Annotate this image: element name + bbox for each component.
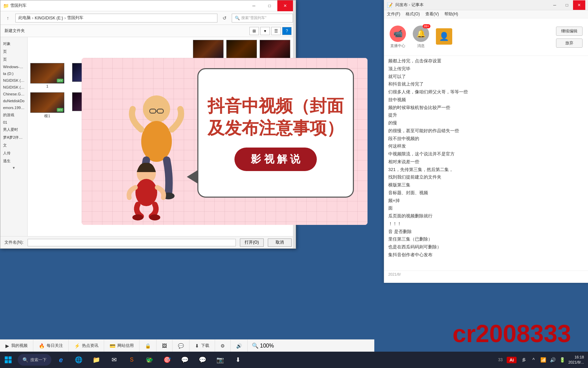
tray-wifi-icon[interactable]: 📶 — [540, 356, 546, 363]
maximize-button[interactable]: □ — [262, 0, 277, 11]
diy-badge-5: DIY — [57, 108, 63, 112]
live-center-icon-box[interactable]: 📹 直播中心 — [390, 26, 406, 48]
status-daily-follow[interactable]: 🔥 每日关注 — [33, 340, 69, 352]
file-thumb-5[interactable]: DIY 模1 — [30, 92, 64, 119]
status-credit[interactable]: 💳 网站信用 — [104, 340, 140, 352]
taskbar-app3-icon[interactable]: 💬 — [177, 352, 193, 368]
top-thumbs-row — [30, 40, 290, 60]
status-hot-news[interactable]: ⚡ 热点资讯 — [69, 340, 104, 352]
avatar-icon: 👤 — [436, 28, 452, 45]
taskbar-app1-icon[interactable]: 🐲 — [141, 352, 158, 368]
taskbar-mail-icon[interactable]: ✉ — [106, 352, 122, 368]
open-button[interactable]: 打开(O) — [240, 239, 264, 247]
taskbar-app2-icon[interactable]: 🎯 — [159, 352, 175, 368]
taskbar-folder-icon[interactable]: 📁 — [88, 352, 104, 368]
credit-icon: 💳 — [110, 343, 115, 349]
file-thumb-1[interactable]: DIY 1 — [30, 63, 64, 88]
taskbar-wechat-icon[interactable]: 💬 — [194, 352, 211, 368]
ai-label: Ai — [509, 357, 514, 363]
search-placeholder: 搜索"雪国列车" — [241, 15, 266, 20]
taskbar-search[interactable]: 🔍 搜索一下 — [18, 354, 51, 366]
top-thumb-2[interactable] — [226, 40, 257, 60]
status-sound[interactable]: 🔊 — [231, 340, 248, 352]
sidebar-item-page2[interactable]: 页 — [0, 56, 27, 63]
refresh-button[interactable]: ↺ — [220, 14, 229, 22]
chat-line-24: 里任第三集（已删除） — [388, 235, 584, 243]
sidebar-item-e2[interactable]: NGIDISK (E:) — [0, 84, 27, 91]
tray-expand-icon[interactable]: ^ — [530, 356, 537, 363]
search-icon: 🔍 — [235, 16, 240, 20]
svg-point-10 — [149, 214, 160, 220]
start-button[interactable] — [0, 352, 16, 368]
sidebar-item-escape[interactable]: 逃生 — [0, 157, 27, 165]
menu-view[interactable]: 查看(V) — [425, 11, 439, 17]
sidebar-item-biography[interactable]: 人传 — [0, 149, 27, 157]
top-thumb-1[interactable] — [193, 40, 224, 60]
sidebar-item-windows-ssd[interactable]: Windows-SSD ( — [0, 63, 27, 70]
right-minimize-button[interactable]: ─ — [549, 0, 561, 10]
card-subtitle-button[interactable]: 影 视 解 说 — [234, 148, 316, 171]
menu-help[interactable]: 帮助(H) — [444, 11, 458, 17]
sidebar-item-text[interactable]: 文 — [0, 141, 27, 149]
taskbar-ie-icon[interactable]: e — [53, 352, 69, 368]
taskbar-camera-icon[interactable]: 📷 — [212, 352, 228, 368]
chat-line-4: 和抖音就上传完了 — [388, 80, 584, 88]
chat-line-10: 的很慢，甚至可能好的作品错失一些 — [388, 127, 584, 135]
sidebar-item-games[interactable]: 的游戏 — [0, 111, 27, 119]
nav-up-button[interactable]: ↑ — [3, 13, 13, 23]
camera-taskbar-icon: 📷 — [216, 356, 224, 364]
avatar-icon-box[interactable]: 👤 — [436, 28, 452, 46]
view-large-icon-button[interactable]: ⊞ — [249, 27, 259, 35]
right-close-button[interactable]: ✕ — [573, 0, 585, 10]
right-maximize-button[interactable]: □ — [561, 0, 573, 10]
file-explorer-titlebar: 📁 雪国列车 ─ □ ✕ — [0, 0, 296, 11]
view-dropdown-button[interactable]: ▾ — [260, 27, 270, 35]
status-security[interactable]: 🔒 — [140, 340, 157, 352]
top-thumb-3[interactable] — [260, 40, 290, 60]
right-panel-titlebar: 📝 问发布 - 记事本 ─ □ ✕ — [384, 0, 588, 10]
tray-battery-icon[interactable]: 🔋 — [559, 356, 566, 363]
chat-line-18: 音标题、封面、视频 — [388, 189, 584, 197]
search-bar[interactable]: 🔍 搜索"雪国列车" — [232, 14, 293, 22]
menu-file[interactable]: 文件(F) — [387, 11, 400, 17]
menu-format[interactable]: 格式(O) — [406, 11, 420, 17]
minimize-button[interactable]: ─ — [246, 0, 262, 11]
sidebar-item-memories[interactable]: emors.1990.f — [0, 104, 27, 111]
taskbar-edge-icon[interactable]: 🌐 — [70, 352, 87, 368]
taskbar-mea-indicator: 多 — [522, 357, 526, 363]
sidebar-item-d[interactable]: ta (D:) — [0, 70, 27, 77]
status-download[interactable]: ⬇ 下载 — [190, 340, 215, 352]
view-details-button[interactable]: ☰ — [271, 27, 281, 35]
filename-input[interactable] — [28, 239, 236, 246]
chat-line-2: 顶上传完毕 — [388, 65, 584, 73]
sidebar-item-e1[interactable]: NGIDISK (E:) — [0, 77, 27, 84]
status-chat[interactable]: 💬 — [173, 340, 190, 352]
taskbar-ai-badge[interactable]: Ai — [507, 357, 517, 363]
status-image[interactable]: 🖼 — [157, 340, 173, 352]
status-settings[interactable]: ⚙ — [215, 340, 231, 352]
tray-sound-icon[interactable]: 🔊 — [549, 356, 556, 363]
address-bar[interactable]: 此电脑 › KINGIDISK (E:) › 雪国列车 — [15, 14, 217, 22]
continue-edit-button[interactable]: 继续编辑 — [556, 27, 583, 36]
character-illustration — [102, 75, 211, 225]
new-folder-button[interactable]: 新建文件夹 — [4, 28, 25, 34]
sidebar-item-01[interactable]: 01 — [0, 119, 27, 126]
sidebar-item-netdisk[interactable]: duNetdiskDo — [0, 97, 27, 104]
cancel-button[interactable]: 取消 — [268, 239, 292, 247]
logo-tl — [5, 356, 8, 359]
sidebar-scroll-down[interactable]: ▼ — [0, 165, 27, 170]
taskbar-ie2-icon[interactable]: S — [124, 352, 140, 368]
sidebar-item-objects[interactable]: 对象 — [0, 40, 27, 48]
sidebar-item-dream[interactable]: 梦A梦2伴我同 — [0, 134, 27, 141]
filename-label: 文件名(N): — [4, 240, 23, 245]
sidebar-item-love[interactable]: 男人爱时 — [0, 126, 27, 134]
close-button[interactable]: ✕ — [277, 0, 293, 11]
messages-icon-box[interactable]: 🔔 99+ 消息 — [413, 26, 429, 48]
taskbar-download-icon[interactable]: ⬇ — [230, 352, 246, 368]
sidebar-item-page1[interactable]: 页 — [0, 48, 27, 56]
discard-button[interactable]: 放弃 — [556, 39, 583, 48]
sidebar-item-chinese[interactable]: Chinese.Gho — [0, 91, 27, 97]
system-clock[interactable]: 16:18 2021/8/... — [568, 355, 584, 365]
status-my-video[interactable]: ▶ 我的视频 — [0, 340, 33, 352]
help-button[interactable]: ? — [282, 27, 292, 35]
